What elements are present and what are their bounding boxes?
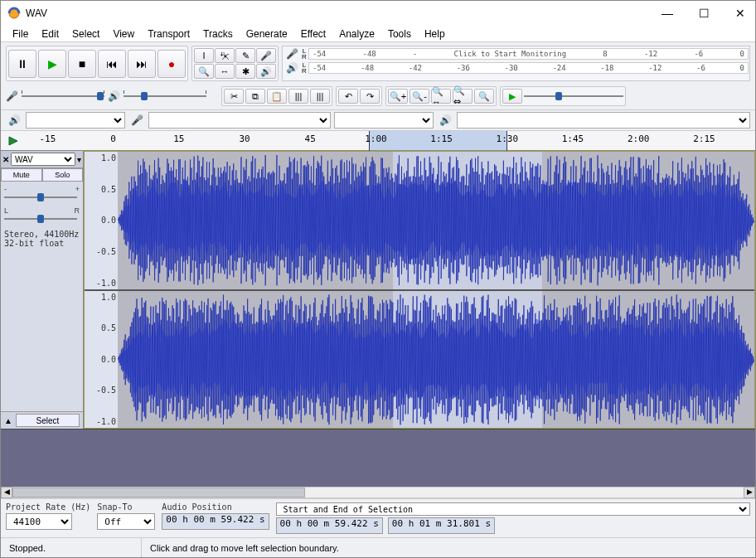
project-rate-select[interactable]: 44100 — [6, 513, 72, 530]
stop-button[interactable]: ■ — [68, 50, 96, 78]
undo-button[interactable]: ↶ — [338, 89, 358, 104]
menu-tools[interactable]: Tools — [381, 27, 418, 41]
svg-marker-1 — [9, 137, 17, 145]
rec-meter-mic-icon[interactable]: 🎤 — [284, 48, 300, 60]
skip-end-button[interactable]: ⏭ — [128, 50, 156, 78]
timeshift-tool[interactable]: ↔ — [215, 64, 235, 79]
close-button[interactable]: ✕ — [732, 7, 749, 20]
solo-button[interactable]: Solo — [42, 168, 84, 182]
collapse-track-icon[interactable]: ▲ — [4, 416, 12, 425]
mute-button[interactable]: Mute — [1, 168, 42, 182]
window-title: WAV — [26, 7, 659, 19]
meters: 🎤 LR -54 -48 - Click to Start Monitoring… — [282, 46, 750, 81]
pause-button[interactable]: ⏸ — [8, 50, 36, 78]
audio-position-label: Audio Position — [162, 502, 269, 512]
scroll-left-button[interactable]: ◀ — [1, 487, 12, 498]
scroll-thumb[interactable] — [12, 488, 305, 497]
menu-transport[interactable]: Transport — [141, 27, 196, 41]
cut-button[interactable]: ✂ — [224, 89, 244, 104]
rec-volume-slider-group: 🎤 🔊 — [6, 90, 206, 102]
selection-format-select[interactable]: Start and End of Selection — [276, 502, 750, 516]
waveform-container: 1.00.50.0-0.5-1.0 1.00.50.0-0.5-1.0 — [84, 151, 755, 429]
play-meter-scale[interactable]: -54 -48 -42 -36 -30 -24 -18 -12 -6 0 — [308, 62, 749, 74]
waveform-left-channel[interactable] — [118, 152, 754, 289]
scroll-right-button[interactable]: ▶ — [744, 487, 755, 498]
audio-position-value[interactable]: 00 h 00 m 59.422 s — [162, 513, 269, 530]
trim-button[interactable]: ||| — [288, 89, 308, 104]
zoom-toggle-button[interactable]: 🔍 — [474, 89, 494, 104]
play-button[interactable]: ▶ — [38, 50, 66, 78]
paste-button[interactable]: 📋 — [267, 89, 287, 104]
track-select-button[interactable]: Select — [16, 414, 80, 427]
audio-host-select[interactable] — [26, 112, 125, 129]
zoom-in-button[interactable]: 🔍+ — [388, 89, 408, 104]
rec-channels-select[interactable] — [334, 112, 434, 129]
track-name-dropdown[interactable]: WAV — [11, 153, 75, 166]
track-area: ✕ WAV ▾ Mute Solo -+ LR Stereo, 44100Hz … — [1, 151, 755, 429]
gain-slider[interactable] — [4, 193, 77, 201]
copy-button[interactable]: ⧉ — [245, 89, 265, 104]
draw-tool[interactable]: ✎ — [235, 48, 255, 63]
track-control-panel: ✕ WAV ▾ Mute Solo -+ LR Stereo, 44100Hz … — [1, 151, 84, 429]
menu-view[interactable]: View — [106, 27, 141, 41]
edit-toolbar: ✂ ⧉ 📋 ||| ||| — [221, 86, 332, 106]
snap-to-select[interactable]: Off — [97, 513, 155, 530]
speaker-icon[interactable]: 🔊 — [256, 64, 276, 79]
app-logo-icon — [7, 7, 21, 20]
horizontal-scrollbar[interactable]: ◀ ▶ — [1, 487, 755, 498]
track-menu-chevron-icon[interactable]: ▾ — [77, 155, 81, 164]
fit-project-button[interactable]: 🔍⇔ — [453, 89, 472, 104]
play-at-speed-button[interactable]: ▶ — [502, 89, 522, 104]
rec-device-mic-icon: 🎤 — [128, 114, 145, 126]
menu-effect[interactable]: Effect — [294, 27, 332, 41]
maximize-button[interactable]: ☐ — [695, 7, 712, 20]
time-ruler[interactable]: -1501530451:001:151:301:452:002:15 — [26, 131, 755, 151]
silence-button[interactable]: ||| — [310, 89, 330, 104]
rec-meter-scale[interactable]: -54 -48 - Click to Start Monitoring 8 -1… — [308, 48, 749, 60]
selection-end-value[interactable]: 00 h 01 m 31.801 s — [388, 517, 495, 534]
status-state: Stopped. — [1, 538, 142, 557]
menu-tracks[interactable]: Tracks — [196, 27, 240, 41]
envelope-tool[interactable]: ⏧ — [215, 48, 235, 63]
rec-meter-lr: LR — [300, 48, 308, 60]
rec-device-select[interactable] — [148, 112, 331, 129]
audio-host-icon: 🔊 — [6, 114, 22, 126]
playback-speed-slider[interactable] — [524, 92, 623, 100]
fit-selection-button[interactable]: 🔍↔ — [431, 89, 451, 104]
menu-analyze[interactable]: Analyze — [332, 27, 381, 41]
play-device-select[interactable] — [457, 112, 750, 129]
play-head-marker[interactable] — [1, 135, 26, 147]
menu-select[interactable]: Select — [65, 27, 106, 41]
track-close-button[interactable]: ✕ — [2, 155, 9, 164]
selection-start-value[interactable]: 00 h 00 m 59.422 s — [276, 517, 383, 534]
rec-volume-slider[interactable] — [22, 92, 104, 100]
multi-tool[interactable]: ✱ — [235, 64, 255, 79]
mic-icon[interactable]: 🎤 — [256, 48, 276, 63]
empty-track-area[interactable] — [1, 429, 755, 487]
play-at-speed-toolbar: ▶ — [500, 86, 626, 106]
menu-file[interactable]: File — [6, 27, 35, 41]
selection-tool[interactable]: I — [194, 48, 214, 63]
statusbar: Stopped. Click and drag to move left sel… — [1, 537, 755, 557]
minimize-button[interactable]: — — [659, 7, 676, 20]
menubar: File Edit Select View Transport Tracks G… — [1, 26, 755, 42]
menu-edit[interactable]: Edit — [35, 27, 65, 41]
snap-to-label: Snap-To — [97, 502, 155, 512]
waveform-right-channel[interactable] — [118, 291, 754, 429]
play-volume-slider[interactable] — [124, 92, 206, 100]
skip-start-button[interactable]: ⏮ — [98, 50, 126, 78]
redo-button[interactable]: ↷ — [360, 89, 380, 104]
play-meter-spk-icon[interactable]: 🔊 — [284, 62, 300, 74]
track-info: Stereo, 44100Hz 32-bit float — [1, 226, 83, 411]
pan-slider[interactable] — [4, 215, 77, 223]
zoom-out-button[interactable]: 🔍- — [410, 89, 429, 104]
menu-help[interactable]: Help — [418, 27, 452, 41]
transport-toolbar: ⏸ ▶ ■ ⏮ ⏭ ● — [6, 46, 188, 81]
project-rate-label: Project Rate (Hz) — [6, 502, 90, 512]
menu-generate[interactable]: Generate — [240, 27, 294, 41]
timeline[interactable]: -1501530451:001:151:301:452:002:15 — [1, 131, 755, 151]
amplitude-scale-right: 1.00.50.0-0.5-1.0 — [85, 291, 118, 429]
zoom-tool[interactable]: 🔍 — [194, 64, 214, 79]
toolbar-area: ⏸ ▶ ■ ⏮ ⏭ ● I ⏧ ✎ 🎤 🔍 ↔ ✱ 🔊 🎤 LR -54 -48… — [1, 42, 755, 110]
record-button[interactable]: ● — [158, 50, 186, 78]
